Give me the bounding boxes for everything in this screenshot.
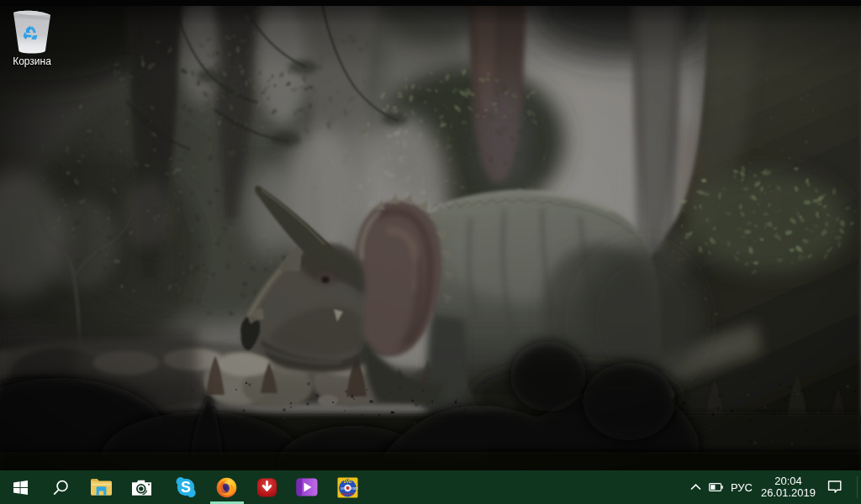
svg-text:КЛИП: КЛИП xyxy=(351,486,357,490)
svg-text:DVD: DVD xyxy=(343,480,351,484)
svg-text:РЕТРО: РЕТРО xyxy=(341,492,353,496)
svg-text:S: S xyxy=(181,479,191,496)
svg-text:МУЗ: МУЗ xyxy=(341,486,346,490)
